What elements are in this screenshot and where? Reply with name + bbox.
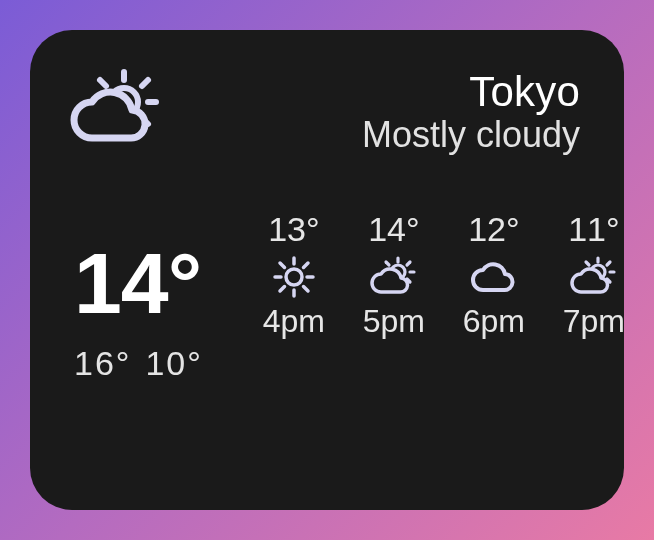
svg-line-13 [280,287,285,292]
svg-line-2 [142,80,148,86]
hour-time: 4pm [263,303,325,340]
svg-line-5 [100,80,106,86]
high-low: 16°10° [74,344,217,383]
hourly-forecast: 13° [253,210,635,340]
partly-cloudy-icon [369,253,419,301]
hour-slot: 13° [253,210,335,340]
high-temperature: 16° [74,344,131,382]
hour-time: 5pm [363,303,425,340]
hour-slot: 14° 5pm [353,210,435,340]
svg-line-26 [586,262,589,265]
location-block: Tokyo Mostly cloudy [362,68,580,156]
hour-slot: 11° 7pm [553,210,635,340]
hour-temperature: 13° [268,210,319,249]
sunny-icon [271,253,317,301]
hour-time: 6pm [463,303,525,340]
hour-slot: 12° 6pm [453,210,535,340]
current-temperature: 14° [74,240,217,326]
hour-time: 7pm [563,303,625,340]
svg-line-12 [303,287,308,292]
main-row: 14° 16°10° 13° [74,210,580,383]
svg-line-20 [386,262,389,265]
condition-text: Mostly cloudy [362,114,580,156]
low-temperature: 10° [145,344,202,382]
svg-point-6 [286,269,302,285]
svg-line-14 [303,263,308,268]
partly-cloudy-icon [70,66,166,154]
weather-widget[interactable]: Tokyo Mostly cloudy 14° 16°10° 13° [30,30,624,510]
svg-line-11 [280,263,285,268]
hour-temperature: 11° [568,210,619,249]
current-block: 14° 16°10° [74,210,217,383]
partly-cloudy-icon [569,253,619,301]
svg-line-17 [407,262,410,265]
hour-temperature: 14° [368,210,419,249]
cloudy-icon [469,253,519,301]
location-name: Tokyo [362,68,580,116]
hour-temperature: 12° [468,210,519,249]
header-row: Tokyo Mostly cloudy [74,66,580,156]
svg-line-23 [607,262,610,265]
